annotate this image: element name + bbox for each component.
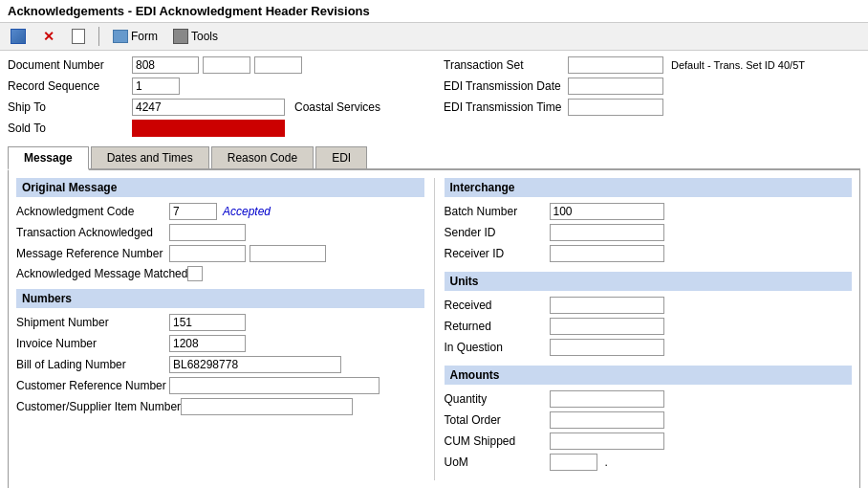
uom-input[interactable]: [550, 454, 597, 471]
trans-ack-input[interactable]: [169, 224, 246, 241]
record-sequence-input[interactable]: [132, 78, 180, 95]
tab-dates-label: Dates and Times: [107, 151, 193, 165]
msg-ref-label: Message Reference Number: [16, 247, 169, 260]
in-question-label: In Question: [445, 341, 550, 354]
edi-trans-time-input[interactable]: [568, 99, 663, 116]
ack-matched-label: Acknowledged Message Matched: [16, 267, 187, 280]
numbers-header: Numbers: [16, 289, 424, 308]
customer-ref-row: Customer Reference Number: [16, 377, 424, 394]
receiver-id-row: Receiver ID: [445, 245, 853, 262]
document-number-2-input[interactable]: [203, 56, 250, 74]
toolbar: ✕ Form Tools: [0, 23, 868, 51]
page-icon: [72, 29, 85, 44]
record-sequence-row: Record Sequence: [8, 78, 424, 95]
customer-supplier-input[interactable]: [181, 398, 353, 415]
transaction-set-label: Transaction Set: [444, 58, 568, 72]
tab-reason[interactable]: Reason Code: [211, 146, 314, 168]
record-sequence-label: Record Sequence: [8, 79, 132, 93]
edi-trans-date-label: EDI Transmission Date: [444, 79, 568, 93]
ship-to-name: Coastal Services: [294, 100, 380, 114]
sold-to-input[interactable]: [132, 120, 285, 137]
discard-icon: ✕: [41, 29, 56, 44]
total-order-input[interactable]: [550, 411, 664, 429]
uom-dot: .: [605, 455, 608, 469]
bol-number-label: Bill of Lading Number: [16, 358, 169, 371]
header-section: Document Number Record Sequence Ship To …: [8, 56, 860, 141]
shipment-number-input[interactable]: [169, 314, 246, 331]
ack-matched-row: Acknowledged Message Matched: [16, 266, 424, 281]
edi-trans-date-input[interactable]: [568, 78, 663, 95]
right-panel: Interchange Batch Number Sender ID Recei…: [434, 178, 853, 480]
customer-supplier-row: Customer/Supplier Item Number: [16, 398, 424, 415]
quantity-label: Quantity: [445, 392, 550, 406]
ship-to-input[interactable]: [132, 99, 285, 116]
invoice-number-label: Invoice Number: [16, 337, 169, 350]
total-order-label: Total Order: [445, 413, 550, 427]
edi-trans-time-row: EDI Transmission Time: [444, 99, 860, 116]
receiver-id-input[interactable]: [550, 245, 664, 262]
ack-matched-checkbox[interactable]: [187, 266, 203, 281]
sender-id-row: Sender ID: [445, 224, 853, 241]
bol-number-input[interactable]: [169, 356, 341, 373]
received-input[interactable]: [550, 297, 664, 314]
ack-code-row: Acknowledgment Code Accepted: [16, 203, 424, 220]
cum-shipped-input[interactable]: [550, 433, 664, 450]
units-section: Units Received Returned In Question: [445, 272, 853, 356]
tools-label: Tools: [191, 30, 218, 43]
transaction-set-input[interactable]: [568, 56, 663, 74]
ship-to-label: Ship To: [8, 100, 132, 114]
quantity-input[interactable]: [550, 390, 664, 408]
tools-icon: [173, 29, 188, 44]
shipment-number-row: Shipment Number: [16, 314, 424, 331]
receiver-id-label: Receiver ID: [445, 247, 550, 260]
returned-label: Returned: [445, 320, 550, 333]
returned-input[interactable]: [550, 318, 664, 335]
document-number-label: Document Number: [8, 58, 132, 72]
save-icon: [11, 29, 26, 44]
customer-ref-input[interactable]: [169, 377, 380, 394]
tab-dates[interactable]: Dates and Times: [91, 146, 209, 168]
form-button[interactable]: Form: [108, 27, 163, 46]
sold-to-label: Sold To: [8, 122, 132, 135]
sender-id-input[interactable]: [550, 224, 664, 241]
amounts-header: Amounts: [445, 366, 853, 385]
customer-supplier-label: Customer/Supplier Item Number: [16, 400, 181, 413]
document-number-3-input[interactable]: [254, 56, 302, 74]
edi-trans-date-row: EDI Transmission Date: [444, 78, 860, 95]
received-row: Received: [445, 297, 853, 314]
tab-edi[interactable]: EDI: [315, 146, 367, 168]
ack-code-input[interactable]: [169, 203, 217, 220]
save-button[interactable]: [6, 26, 31, 47]
received-label: Received: [445, 299, 550, 312]
amounts-section: Amounts Quantity Total Order CUM Shipped…: [445, 366, 853, 471]
customer-ref-label: Customer Reference Number: [16, 379, 169, 392]
numbers-section: Numbers Shipment Number Invoice Number B…: [16, 289, 424, 415]
ship-to-row: Ship To Coastal Services: [8, 99, 424, 116]
tab-edi-label: EDI: [332, 151, 351, 165]
document-number-row: Document Number: [8, 56, 424, 74]
discard-button[interactable]: ✕: [36, 26, 61, 47]
interchange-section: Interchange Batch Number Sender ID Recei…: [445, 178, 853, 262]
in-question-input[interactable]: [550, 339, 664, 356]
main-content: Document Number Record Sequence Ship To …: [0, 51, 868, 488]
tab-reason-label: Reason Code: [228, 151, 297, 165]
units-header: Units: [445, 272, 853, 291]
interchange-header: Interchange: [445, 178, 853, 197]
trans-ack-label: Transaction Acknowledged: [16, 226, 169, 239]
tools-button[interactable]: Tools: [168, 26, 223, 47]
page-button[interactable]: [67, 26, 90, 47]
msg-ref-input-2[interactable]: [250, 245, 326, 262]
batch-number-label: Batch Number: [445, 205, 550, 218]
edi-trans-time-label: EDI Transmission Time: [444, 100, 568, 114]
document-number-input[interactable]: [132, 56, 199, 74]
tabs-container: Message Dates and Times Reason Code EDI: [8, 146, 860, 170]
separator-1: [98, 27, 99, 46]
batch-number-input[interactable]: [550, 203, 664, 220]
tab-message[interactable]: Message: [8, 146, 89, 170]
bol-number-row: Bill of Lading Number: [16, 356, 424, 373]
msg-ref-input-1[interactable]: [169, 245, 246, 262]
invoice-number-input[interactable]: [169, 335, 246, 352]
cum-shipped-row: CUM Shipped: [445, 433, 853, 450]
header-right: Transaction Set Default - Trans. Set ID …: [424, 56, 860, 141]
in-question-row: In Question: [445, 339, 853, 356]
